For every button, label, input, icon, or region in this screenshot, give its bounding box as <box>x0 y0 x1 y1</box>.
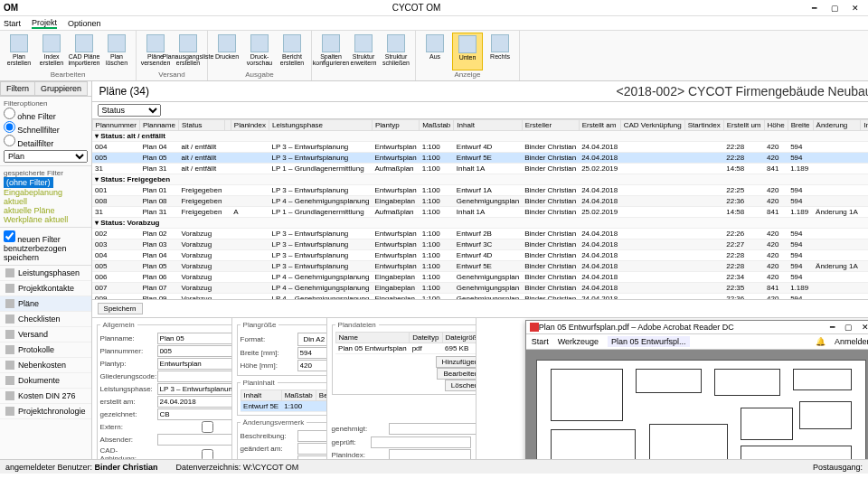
file-edit-button[interactable]: Bearbeiten <box>437 368 476 380</box>
col-header[interactable]: Erstellt am <box>579 120 620 131</box>
save-filter-user-check[interactable] <box>4 230 15 242</box>
close-icon[interactable]: ✕ <box>846 4 864 13</box>
content-row[interactable]: Entwurf 5E1:100 <box>241 401 327 412</box>
col-header[interactable]: Plannummer <box>92 120 139 131</box>
table-row[interactable]: 004Plan 04VorabzugLP 3 – Entwurfsplanung… <box>92 250 868 261</box>
table-row[interactable]: 009Plan 09VorabzugLP 4 – Genehmigungspla… <box>92 294 868 301</box>
group-row[interactable]: ▾ Status: Vorabzug <box>92 218 868 229</box>
table-row[interactable]: 004Plan 04alt / entfälltLP 3 – Entwurfsp… <box>92 142 868 153</box>
table-row[interactable]: 006Plan 06VorabzugLP 4 – Genehmigungspla… <box>92 272 868 283</box>
ribbon-struktur-erweitern[interactable]: Struktur erweitern <box>348 33 379 79</box>
save-button[interactable]: Speichern <box>98 303 143 314</box>
field-planindex[interactable] <box>389 449 471 459</box>
bell-icon[interactable]: 🔔 <box>816 337 826 346</box>
field-plannummer[interactable] <box>157 345 232 357</box>
col-header[interactable]: Erstellt um <box>723 120 764 131</box>
ribbon-aus[interactable]: Aus <box>420 33 450 70</box>
ribbon-cad-pl-ne-importieren[interactable]: CAD Pläne importieren <box>69 33 99 70</box>
nav-leistungsphasen[interactable]: Leistungsphasen <box>0 266 91 281</box>
file-add-button[interactable]: Hinzufügen <box>436 356 476 368</box>
ribbon-druck-vorschau[interactable]: Druck-vorschau <box>244 33 275 70</box>
maximize-icon[interactable]: ▢ <box>826 4 844 13</box>
field-width[interactable] <box>297 347 327 359</box>
radio-no-filter[interactable] <box>4 108 15 119</box>
col-header[interactable]: Änderung <box>813 120 861 131</box>
field-format[interactable]: Din A2 <box>297 333 327 346</box>
group-row[interactable]: ▾ Status: alt / entfällt <box>92 131 868 142</box>
saved-filter-2[interactable]: aktuelle Pläne <box>4 206 88 215</box>
col-header[interactable]: Breite <box>788 120 813 131</box>
field-drawn[interactable] <box>157 408 232 420</box>
ribbon-rechts[interactable]: Rechts <box>485 33 515 70</box>
menu-start[interactable]: Start <box>4 19 21 28</box>
group-row[interactable]: ▾ Status: Freigegeben <box>92 174 868 185</box>
table-row[interactable]: 008Plan 08FreigegebenLP 4 – Genehmigungs… <box>92 196 868 207</box>
ribbon-index-erstellen[interactable]: Index erstellen <box>36 33 67 70</box>
col-header[interactable]: Startindex <box>684 120 723 131</box>
field-created[interactable] <box>157 396 232 408</box>
nav-dokumente[interactable]: Dokumente <box>0 373 91 389</box>
col-header[interactable]: CAD Verknüpfung <box>620 120 684 131</box>
preview-tab-tools[interactable]: Werkzeuge <box>558 337 599 346</box>
table-row[interactable]: 002Plan 02VorabzugLP 3 – Entwurfsplanung… <box>92 229 868 239</box>
col-header[interactable]: Planname <box>139 120 178 131</box>
quick-filter-select[interactable]: Plan <box>4 150 88 163</box>
ribbon-spalten-konfigurieren[interactable]: Spalten konfigurieren <box>316 33 346 79</box>
field-geaendert-von[interactable] <box>297 455 327 459</box>
ribbon-bericht-erstellen[interactable]: Bericht erstellen <box>277 33 307 70</box>
check-extern[interactable] <box>157 421 232 433</box>
table-row[interactable]: 005Plan 05alt / entfälltLP 3 – Entwurfsp… <box>92 153 868 164</box>
saved-filter-3[interactable]: Werkpläne aktuell <box>4 215 88 224</box>
ribbon-unten[interactable]: Unten <box>452 33 483 70</box>
check-cad[interactable] <box>157 449 232 460</box>
preview-close-icon[interactable]: ✕ <box>857 323 868 332</box>
table-row[interactable]: 003Plan 03VorabzugLP 3 – Entwurfsplanung… <box>92 239 868 250</box>
col-header[interactable]: Maßstab <box>420 120 454 131</box>
radio-quick-filter[interactable] <box>4 121 15 133</box>
table-row[interactable]: 007Plan 07VorabzugLP 4 – Genehmigungspla… <box>92 283 868 294</box>
tab-group[interactable]: Gruppieren <box>34 81 88 96</box>
ribbon-planausgangsliste-erstellen[interactable]: Planausgangsliste erstellen <box>173 33 203 70</box>
nav-versand[interactable]: Versand <box>0 327 91 343</box>
field-absender[interactable] <box>157 434 232 446</box>
nav-checklisten[interactable]: Checklisten <box>0 312 91 327</box>
field-genehmigt[interactable] <box>389 423 476 435</box>
nav-pl-ne[interactable]: Pläne <box>0 296 91 312</box>
ribbon-struktur-schlie-en[interactable]: Struktur schließen <box>381 33 411 79</box>
table-row[interactable]: 005Plan 05VorabzugLP 3 – Entwurfsplanung… <box>92 261 868 272</box>
file-delete-button[interactable]: Löschen <box>445 380 476 391</box>
col-header[interactable]: Plantyp <box>372 120 419 131</box>
file-row[interactable]: Plan 05 Entwurfsplanpdf695 KB <box>335 343 476 354</box>
col-header[interactable]: Info <box>861 120 868 131</box>
plans-table[interactable]: PlannummerPlannameStatusPlanindexLeistun… <box>92 119 868 300</box>
col-header[interactable]: Höhe <box>764 120 788 131</box>
ribbon-plan-l-schen[interactable]: Plan löschen <box>101 33 132 70</box>
field-geprueft[interactable] <box>371 436 471 448</box>
nav-nebenkosten[interactable]: Nebenkosten <box>0 358 91 373</box>
preview-maximize-icon[interactable]: ▢ <box>841 323 857 332</box>
field-leistungsphase[interactable] <box>157 383 232 395</box>
tab-filter[interactable]: Filtern <box>0 81 35 96</box>
col-header[interactable]: Ersteller <box>522 120 579 131</box>
radio-detail-filter[interactable] <box>4 135 15 146</box>
menu-optionen[interactable]: Optionen <box>68 19 101 28</box>
nav-kosten-din-[interactable]: Kosten DIN 276 <box>0 389 91 404</box>
signin-link[interactable]: Anmelden <box>835 337 868 346</box>
col-header[interactable]: Inhalt <box>454 120 522 131</box>
ribbon-plan-erstellen[interactable]: Plan erstellen <box>4 33 34 70</box>
col-header[interactable] <box>224 120 231 131</box>
col-header[interactable]: Leistungsphase <box>269 120 373 131</box>
field-planname[interactable] <box>157 333 232 344</box>
status-dropdown[interactable]: Status <box>98 104 161 117</box>
nav-protokolle[interactable]: Protokolle <box>0 343 91 358</box>
col-header[interactable]: Status <box>178 120 224 131</box>
minimize-icon[interactable]: ━ <box>806 4 824 13</box>
menu-projekt[interactable]: Projekt <box>32 18 57 29</box>
nav-projektchronologie[interactable]: Projektchronologie <box>0 404 91 419</box>
field-height[interactable] <box>297 360 327 371</box>
field-beschreibung[interactable] <box>297 430 327 442</box>
saved-filter-none[interactable]: (ohne Filter) <box>4 177 53 188</box>
field-geaendert-am[interactable] <box>297 443 327 455</box>
ribbon-drucken[interactable]: Drucken <box>212 33 242 70</box>
table-row[interactable]: 001Plan 01FreigegebenLP 3 – Entwurfsplan… <box>92 185 868 196</box>
